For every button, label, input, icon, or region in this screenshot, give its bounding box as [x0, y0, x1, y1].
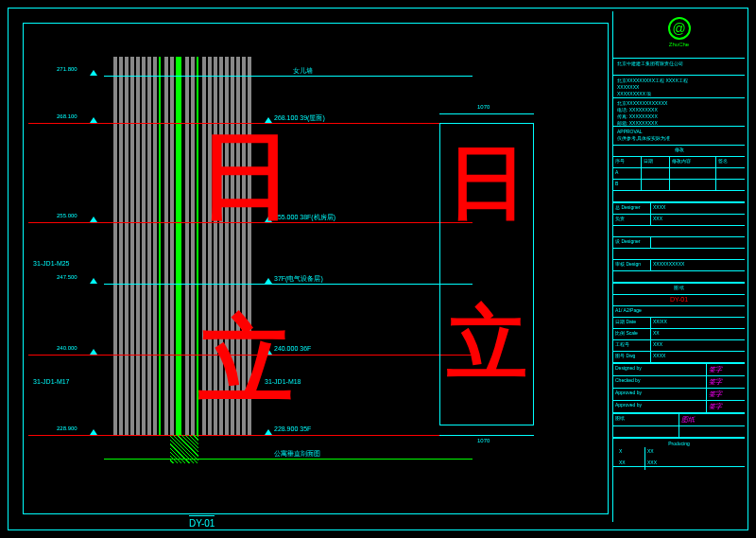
roles-table: 总 DesignerXXXX 负责XXX 设 Designer 审核 Desig…: [613, 203, 745, 284]
project-info: 北京XXXXXXXXX工程 XXXX工程 XXXXXXX XXXXXXXXX 项: [613, 76, 745, 98]
elev-240000: 240.000: [57, 345, 77, 351]
detail-char-2: 立: [447, 303, 527, 383]
title-block: @ ZhuChe 北京中建建工集团有限责任公司 北京XXXXXXXXX工程 XX…: [612, 11, 745, 522]
dim-width: 1070: [477, 104, 490, 110]
signature-table: Designed by签字 Checked by签字 Approved by签字…: [613, 364, 745, 414]
watermark-char-1: 日: [198, 128, 293, 222]
elev-268100: 268.100: [57, 113, 77, 119]
elev-255000: 255.000: [57, 213, 77, 218]
company-info: 北京中建建工集团有限责任公司: [613, 59, 745, 76]
logo-icon: @: [668, 17, 691, 40]
logo-brand: ZhuChe: [617, 42, 741, 47]
side-m25: 31-JD1-M25: [33, 260, 70, 267]
section-title: 公寓垂直剖面图: [274, 449, 320, 459]
detail-view: 1070 日 立 1070: [421, 113, 558, 444]
elevation-drawing: 271.800 女儿墙 268.100 268.100 39(屋面) 255.0…: [38, 38, 397, 492]
final-table: 图纸图纸: [613, 414, 745, 439]
side-m17: 31-JD1-M17: [33, 378, 70, 385]
drawing-title: DY-01: [189, 515, 215, 529]
logo-area: @ ZhuChe: [613, 11, 745, 59]
elev-228900: 228.900: [57, 425, 77, 431]
label-37f: 37F(电气设备层): [274, 274, 323, 284]
label-parapet: 女儿墙: [293, 66, 313, 76]
stamp: APPROVAL 仅供参考,具体按实际为准: [613, 127, 745, 146]
detail-char-1: 日: [447, 142, 527, 222]
watermark-char-2: 立: [198, 312, 293, 407]
elev-271800: 271.800: [57, 66, 77, 72]
revision-table: 修改 序号 日期 修改内容 签名 A B: [613, 146, 745, 203]
drawing-info-table: 图 纸 DY-01 A1/ A2/Page 日期 DateXX/XX 比例 Sc…: [613, 284, 745, 364]
dim-bottom: 1070: [477, 438, 490, 443]
contact-info: 北京XXXXXXXXXXXXX 电话: XXXXXXXXX 传真: XXXXXX…: [613, 98, 745, 127]
elev-247500: 247.500: [57, 274, 77, 280]
footer-section: Producing XXX XXXXX: [613, 439, 745, 467]
